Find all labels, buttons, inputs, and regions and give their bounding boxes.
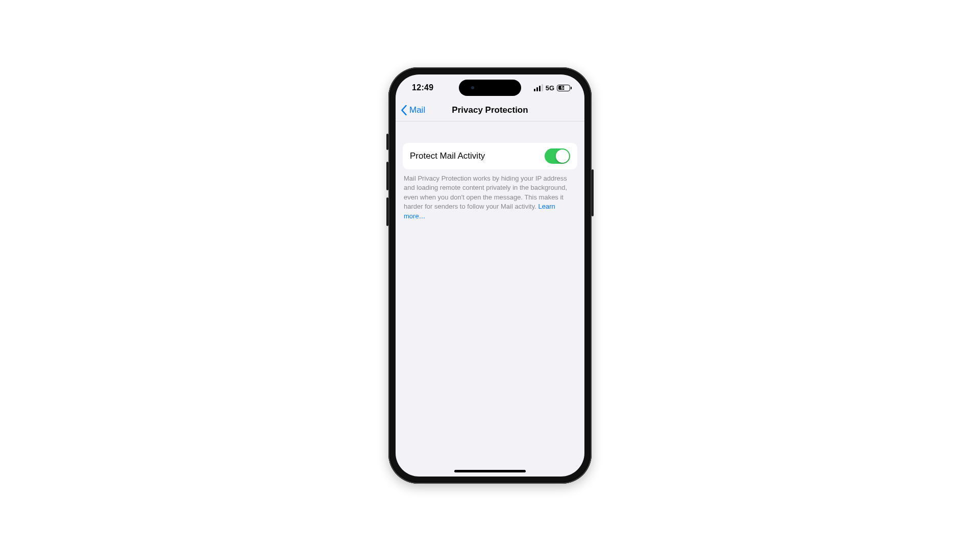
privacy-footnote: Mail Privacy Protection works by hiding … bbox=[404, 174, 576, 221]
settings-group: Protect Mail Activity bbox=[403, 143, 577, 169]
toggle-knob bbox=[556, 149, 569, 163]
network-label: 5G bbox=[546, 84, 554, 92]
cellular-signal-icon bbox=[534, 84, 543, 91]
battery-percent: 50 bbox=[557, 85, 570, 91]
protect-mail-activity-toggle[interactable] bbox=[545, 148, 570, 164]
chevron-left-icon bbox=[401, 105, 407, 115]
dynamic-island bbox=[459, 80, 521, 96]
status-right: 5G 50 bbox=[534, 82, 570, 92]
battery-icon: 50 bbox=[557, 85, 570, 91]
home-indicator[interactable] bbox=[454, 470, 526, 472]
status-time: 12:49 bbox=[412, 81, 433, 92]
power-button bbox=[592, 169, 594, 216]
screen: 12:49 5G 50 Mail Privacy Protection bbox=[396, 74, 584, 477]
protect-mail-activity-label: Protect Mail Activity bbox=[410, 151, 485, 161]
silence-switch bbox=[386, 134, 388, 150]
page-title: Privacy Protection bbox=[452, 105, 528, 115]
phone-frame: 12:49 5G 50 Mail Privacy Protection bbox=[388, 67, 592, 484]
back-label: Mail bbox=[409, 105, 425, 115]
protect-mail-activity-row: Protect Mail Activity bbox=[403, 143, 577, 169]
back-button[interactable]: Mail bbox=[401, 99, 425, 121]
volume-down-button bbox=[386, 197, 388, 226]
nav-bar: Mail Privacy Protection bbox=[396, 99, 584, 121]
content-area: Protect Mail Activity Mail Privacy Prote… bbox=[396, 121, 584, 477]
volume-up-button bbox=[386, 162, 388, 190]
front-camera-icon bbox=[471, 86, 474, 89]
